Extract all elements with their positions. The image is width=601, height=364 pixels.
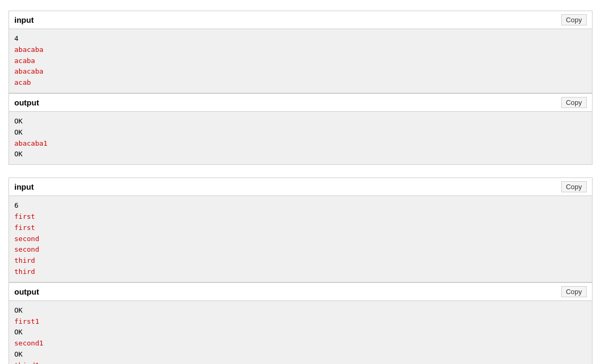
input-header-2: inputCopy <box>9 178 592 196</box>
output-line-1-1: OK <box>14 116 587 127</box>
output-section-2: outputCopyOKfirst1OKsecond1OKthird1 <box>8 282 593 364</box>
input-line-1-4: abacaba <box>14 66 587 77</box>
input-line-2-5: second <box>14 244 587 255</box>
output-copy-button-1[interactable]: Copy <box>561 97 587 108</box>
input-line-1-1: 4 <box>14 33 587 45</box>
output-label-2: output <box>14 287 39 296</box>
input-body-1: 4abacabaacabaabacabaacab <box>9 29 592 93</box>
input-copy-button-1[interactable]: Copy <box>561 14 587 25</box>
input-section-2: inputCopy6firstfirstsecondsecondthirdthi… <box>8 177 593 282</box>
input-line-1-3: acaba <box>14 56 587 67</box>
input-section-1: inputCopy4abacabaacabaabacabaacab <box>8 11 593 93</box>
output-section-1: outputCopyOKOKabacaba1OK <box>8 93 593 165</box>
output-line-2-5: OK <box>14 349 587 360</box>
output-line-2-4: second1 <box>14 338 587 349</box>
example-block-2: inputCopy6firstfirstsecondsecondthirdthi… <box>8 177 593 364</box>
output-copy-button-2[interactable]: Copy <box>561 286 587 297</box>
output-line-1-4: OK <box>14 149 587 160</box>
output-line-2-2: first1 <box>14 316 587 327</box>
input-copy-button-2[interactable]: Copy <box>561 181 587 192</box>
input-line-2-7: third <box>14 267 587 278</box>
output-header-1: outputCopy <box>9 94 592 112</box>
input-line-2-6: third <box>14 255 587 267</box>
input-label-1: input <box>14 15 34 24</box>
output-body-1: OKOKabacaba1OK <box>9 112 592 164</box>
example-gap <box>8 165 593 171</box>
input-line-1-2: abacaba <box>14 45 587 56</box>
output-line-2-1: OK <box>14 305 587 316</box>
input-line-2-2: first <box>14 211 587 223</box>
input-header-1: inputCopy <box>9 11 592 29</box>
output-header-2: outputCopy <box>9 283 592 301</box>
output-line-1-3: abacaba1 <box>14 138 587 149</box>
output-line-1-2: OK <box>14 127 587 138</box>
input-line-1-5: acab <box>14 77 587 88</box>
input-line-2-1: 6 <box>14 200 587 211</box>
output-line-2-6: third1 <box>14 360 587 364</box>
input-line-2-4: second <box>14 234 587 245</box>
output-label-1: output <box>14 98 39 107</box>
output-line-2-3: OK <box>14 327 587 338</box>
input-body-2: 6firstfirstsecondsecondthirdthird <box>9 196 592 282</box>
example-block-1: inputCopy4abacabaacabaabacabaacaboutputC… <box>8 11 593 171</box>
input-line-2-3: first <box>14 223 587 234</box>
input-label-2: input <box>14 182 34 191</box>
output-body-2: OKfirst1OKsecond1OKthird1 <box>9 301 592 364</box>
examples-container: inputCopy4abacabaacabaabacabaacaboutputC… <box>8 11 593 364</box>
